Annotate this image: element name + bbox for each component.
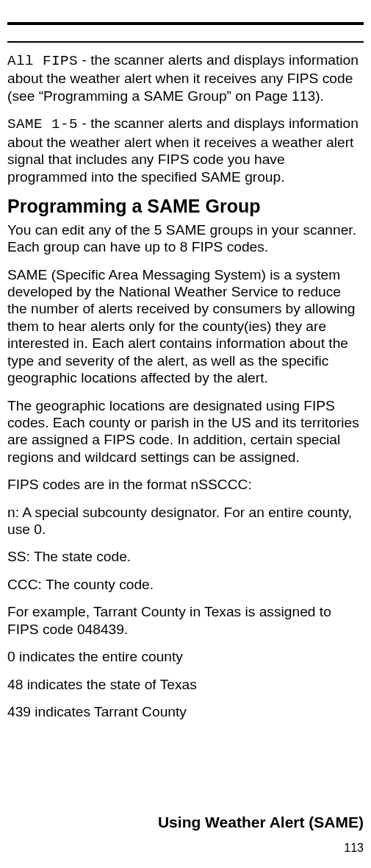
para-edit-groups: You can edit any of the 5 SAME groups in…: [7, 221, 364, 256]
top-rule-thin: [7, 41, 364, 43]
para-fips-designation: The geographic locations are designated …: [7, 397, 364, 466]
page-content: All FIPS - the scanner alerts and displa…: [7, 51, 364, 720]
mono-same-1-5: SAME 1-5: [7, 116, 78, 132]
para-439-tarrant: 439 indicates Tarrant County: [7, 703, 364, 720]
footer-section-title: Using Weather Alert (SAME): [158, 814, 364, 831]
heading-programming-same-group: Programming a SAME Group: [7, 196, 364, 217]
para-0-entire-county: 0 indicates the entire county: [7, 648, 364, 665]
para-n-designator: n: A special subcounty designator. For a…: [7, 504, 364, 538]
page-number: 113: [344, 842, 364, 855]
para-same-definition: SAME (Specific Area Messaging System) is…: [7, 266, 364, 387]
para-48-texas: 48 indicates the state of Texas: [7, 676, 364, 693]
para-all-fips: All FIPS - the scanner alerts and displa…: [7, 51, 364, 104]
mono-all-fips: All FIPS: [7, 53, 78, 69]
para-fips-format: FIPS codes are in the format nSSCCC:: [7, 476, 364, 493]
para-same-1-5: SAME 1-5 - the scanner alerts and displa…: [7, 115, 364, 185]
top-rule-thick: [7, 22, 364, 25]
para-tarrant-example: For example, Tarrant County in Texas is …: [7, 603, 364, 638]
para-ss-state: SS: The state code.: [7, 548, 364, 565]
para-ccc-county: CCC: The county code.: [7, 576, 364, 593]
